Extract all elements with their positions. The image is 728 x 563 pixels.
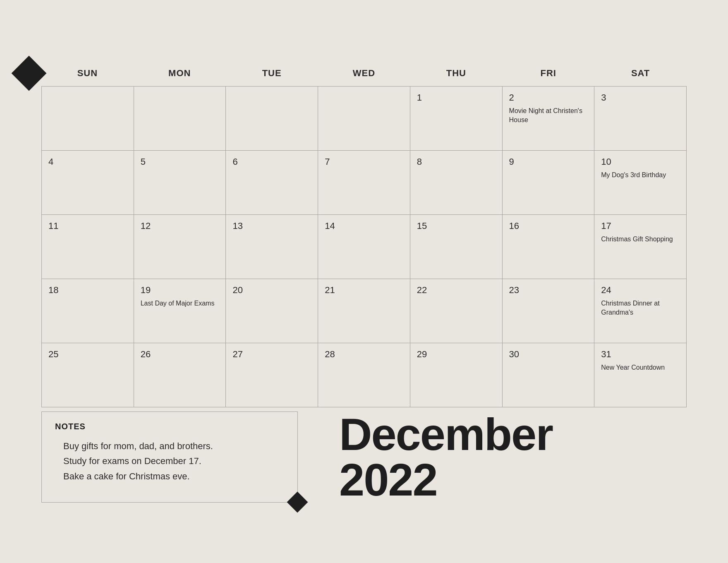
- day-number: 24: [601, 285, 680, 296]
- notes-title: NOTES: [55, 422, 284, 431]
- day-number: 11: [48, 221, 127, 231]
- bottom-section: NOTES Buy gifts for mom, dad, and brothe…: [41, 411, 687, 503]
- day-number: 1: [417, 92, 496, 103]
- note-line: Study for exams on December 17.: [63, 454, 284, 469]
- event-text: Christmas Gift Shopping: [601, 235, 680, 244]
- calendar-cell: 28: [318, 343, 410, 407]
- day-header-thu: THU: [410, 60, 502, 86]
- calendar-cell: 7: [318, 151, 410, 215]
- day-number: 22: [417, 285, 496, 296]
- day-number: 31: [601, 349, 680, 360]
- day-header-sat: SAT: [594, 60, 687, 86]
- calendar-cell: 10My Dog's 3rd Birthday: [594, 151, 687, 215]
- day-number: 6: [232, 156, 311, 167]
- day-number: 14: [325, 221, 403, 231]
- day-number: 13: [232, 221, 311, 231]
- day-number: 3: [601, 92, 680, 103]
- year-label: 2022: [339, 457, 437, 503]
- calendar-cell: 16: [503, 215, 595, 279]
- day-number: 2: [509, 92, 588, 103]
- day-number: 21: [325, 285, 403, 296]
- notes-box: NOTES Buy gifts for mom, dad, and brothe…: [41, 411, 298, 503]
- day-header-fri: FRI: [502, 60, 594, 86]
- calendar-cell: 1: [410, 87, 503, 151]
- day-number: 26: [141, 349, 219, 360]
- calendar-cell: 17Christmas Gift Shopping: [594, 215, 687, 279]
- day-number: 25: [48, 349, 127, 360]
- note-line: Buy gifts for mom, dad, and brothers.: [63, 439, 284, 454]
- header-diamond-icon: [17, 61, 41, 86]
- calendar-cell: 25: [42, 343, 134, 407]
- month-label: December: [339, 411, 553, 457]
- calendar-grid: 12Movie Night at Christen's House3456789…: [41, 86, 687, 407]
- day-number: 17: [601, 221, 680, 231]
- calendar-cell: 9: [503, 151, 595, 215]
- day-number: 10: [601, 156, 680, 167]
- day-number: 9: [509, 156, 588, 167]
- calendar-cell: 23: [503, 279, 595, 343]
- event-text: Last Day of Major Exams: [141, 299, 219, 308]
- day-header-wed: WED: [318, 60, 410, 86]
- calendar-cell: 31New Year Countdown: [594, 343, 687, 407]
- day-number: 4: [48, 156, 127, 167]
- calendar-cell: 26: [134, 343, 226, 407]
- day-number: 23: [509, 285, 588, 296]
- day-headers: SUN MON TUE WED THU FRI SAT: [41, 60, 687, 86]
- calendar-cell: 15: [410, 215, 503, 279]
- calendar-cell: 29: [410, 343, 503, 407]
- calendar-cell: 27: [226, 343, 318, 407]
- calendar-cell: 19Last Day of Major Exams: [134, 279, 226, 343]
- calendar-cell: 24Christmas Dinner at Grandma's: [594, 279, 687, 343]
- calendar-cell: 18: [42, 279, 134, 343]
- note-line: Bake a cake for Christmas eve.: [63, 469, 284, 484]
- calendar-cell: 8: [410, 151, 503, 215]
- day-number: 30: [509, 349, 588, 360]
- calendar-cell: 11: [42, 215, 134, 279]
- calendar-cell: [318, 87, 410, 151]
- calendar-cell: 21: [318, 279, 410, 343]
- calendar-cell: 13: [226, 215, 318, 279]
- event-text: New Year Countdown: [601, 363, 680, 372]
- calendar-cell: 3: [594, 87, 687, 151]
- day-header-sun: SUN: [41, 60, 134, 86]
- calendar-cell: [134, 87, 226, 151]
- day-number: 19: [141, 285, 219, 296]
- calendar-cell: 30: [503, 343, 595, 407]
- day-header-mon: MON: [134, 60, 226, 86]
- event-text: Movie Night at Christen's House: [509, 106, 588, 125]
- day-number: 20: [232, 285, 311, 296]
- day-number: 5: [141, 156, 219, 167]
- notes-diamond-icon: [290, 495, 305, 510]
- calendar-cell: 5: [134, 151, 226, 215]
- month-year-section: December 2022: [314, 411, 687, 503]
- calendar-cell: 4: [42, 151, 134, 215]
- event-text: Christmas Dinner at Grandma's: [601, 299, 680, 318]
- day-number: 16: [509, 221, 588, 231]
- calendar-cell: 12: [134, 215, 226, 279]
- day-number: 8: [417, 156, 496, 167]
- calendar-cell: 14: [318, 215, 410, 279]
- calendar-cell: [42, 87, 134, 151]
- day-number: 27: [232, 349, 311, 360]
- day-number: 18: [48, 285, 127, 296]
- day-number: 15: [417, 221, 496, 231]
- day-number: 28: [325, 349, 403, 360]
- event-text: My Dog's 3rd Birthday: [601, 171, 680, 180]
- day-header-tue: TUE: [226, 60, 318, 86]
- day-number: 12: [141, 221, 219, 231]
- notes-content: Buy gifts for mom, dad, and brothers.Stu…: [63, 439, 284, 484]
- day-number: 29: [417, 349, 496, 360]
- calendar-cell: [226, 87, 318, 151]
- calendar-wrapper: SUN MON TUE WED THU FRI SAT 12Movie Nigh…: [41, 44, 687, 519]
- calendar-cell: 22: [410, 279, 503, 343]
- calendar-cell: 20: [226, 279, 318, 343]
- calendar-cell: 2Movie Night at Christen's House: [503, 87, 595, 151]
- calendar-cell: 6: [226, 151, 318, 215]
- day-number: 7: [325, 156, 403, 167]
